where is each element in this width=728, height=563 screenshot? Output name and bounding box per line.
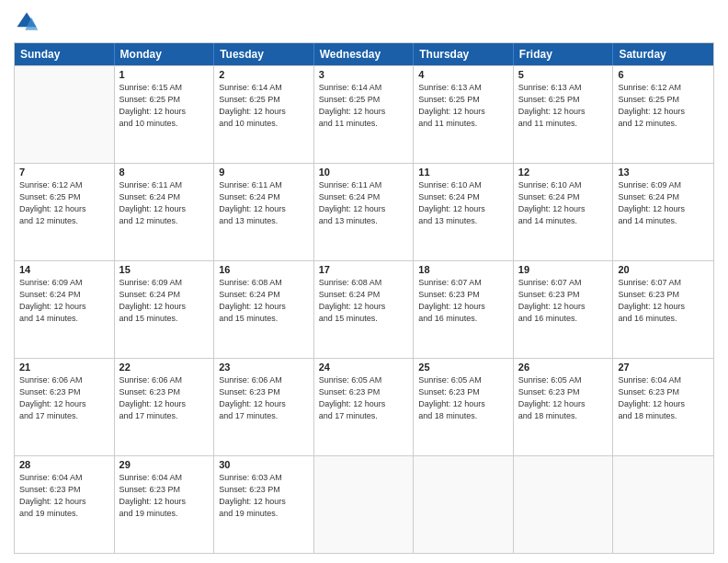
header-wednesday: Wednesday [314,43,415,65]
day-number: 18 [418,264,508,275]
day-number: 25 [418,362,508,373]
day-number: 13 [618,167,709,178]
calendar-cell-5-7 [613,456,713,553]
header-tuesday: Tuesday [214,43,314,65]
calendar-cell-3-1: 14Sunrise: 6:09 AM Sunset: 6:24 PM Dayli… [15,261,115,358]
day-number: 21 [19,362,109,373]
day-number: 8 [119,167,210,178]
calendar-cell-3-6: 19Sunrise: 6:07 AM Sunset: 6:23 PM Dayli… [514,261,614,358]
calendar-header-row: SundayMondayTuesdayWednesdayThursdayFrid… [15,43,713,65]
calendar-row-3: 14Sunrise: 6:09 AM Sunset: 6:24 PM Dayli… [15,260,713,358]
cell-info: Sunrise: 6:11 AM Sunset: 6:24 PM Dayligh… [219,179,309,227]
cell-info: Sunrise: 6:05 AM Sunset: 6:23 PM Dayligh… [518,374,609,422]
calendar-cell-2-4: 10Sunrise: 6:11 AM Sunset: 6:24 PM Dayli… [314,164,415,260]
cell-info: Sunrise: 6:09 AM Sunset: 6:24 PM Dayligh… [618,179,709,227]
calendar-cell-2-1: 7Sunrise: 6:12 AM Sunset: 6:25 PM Daylig… [15,164,115,260]
header-friday: Friday [514,43,614,65]
calendar-cell-3-5: 18Sunrise: 6:07 AM Sunset: 6:23 PM Dayli… [414,261,514,358]
calendar-cell-4-7: 27Sunrise: 6:04 AM Sunset: 6:23 PM Dayli… [613,359,713,455]
day-number: 1 [119,69,210,80]
day-number: 14 [19,264,109,275]
cell-info: Sunrise: 6:04 AM Sunset: 6:23 PM Dayligh… [618,374,709,422]
calendar-cell-4-1: 21Sunrise: 6:06 AM Sunset: 6:23 PM Dayli… [15,359,115,455]
header-thursday: Thursday [414,43,514,65]
calendar-cell-2-5: 11Sunrise: 6:10 AM Sunset: 6:24 PM Dayli… [414,164,514,260]
calendar-cell-2-2: 8Sunrise: 6:11 AM Sunset: 6:24 PM Daylig… [115,164,215,260]
cell-info: Sunrise: 6:09 AM Sunset: 6:24 PM Dayligh… [119,277,210,325]
day-number: 11 [418,167,508,178]
day-number: 15 [119,264,210,275]
cell-info: Sunrise: 6:14 AM Sunset: 6:25 PM Dayligh… [319,82,409,130]
calendar-cell-4-5: 25Sunrise: 6:05 AM Sunset: 6:23 PM Dayli… [414,359,514,455]
calendar-cell-1-2: 1Sunrise: 6:15 AM Sunset: 6:25 PM Daylig… [115,66,215,163]
day-number: 29 [119,459,210,470]
header-saturday: Saturday [613,43,713,65]
calendar-cell-1-3: 2Sunrise: 6:14 AM Sunset: 6:25 PM Daylig… [214,66,314,163]
cell-info: Sunrise: 6:07 AM Sunset: 6:23 PM Dayligh… [618,277,709,325]
day-number: 28 [19,459,109,470]
day-number: 5 [518,69,609,80]
calendar-cell-4-2: 22Sunrise: 6:06 AM Sunset: 6:23 PM Dayli… [115,359,215,455]
cell-info: Sunrise: 6:04 AM Sunset: 6:23 PM Dayligh… [119,472,210,520]
cell-info: Sunrise: 6:09 AM Sunset: 6:24 PM Dayligh… [19,277,109,325]
calendar-cell-1-6: 5Sunrise: 6:13 AM Sunset: 6:25 PM Daylig… [514,66,614,163]
day-number: 30 [219,459,309,470]
header-sunday: Sunday [15,43,115,65]
day-number: 10 [319,167,409,178]
logo-icon [14,9,40,35]
cell-info: Sunrise: 6:15 AM Sunset: 6:25 PM Dayligh… [119,82,210,130]
calendar-row-5: 28Sunrise: 6:04 AM Sunset: 6:23 PM Dayli… [15,455,713,553]
calendar-row-4: 21Sunrise: 6:06 AM Sunset: 6:23 PM Dayli… [15,358,713,455]
calendar: SundayMondayTuesdayWednesdayThursdayFrid… [14,42,714,554]
cell-info: Sunrise: 6:06 AM Sunset: 6:23 PM Dayligh… [119,374,210,422]
day-number: 12 [518,167,609,178]
calendar-cell-3-7: 20Sunrise: 6:07 AM Sunset: 6:23 PM Dayli… [613,261,713,358]
calendar-row-2: 7Sunrise: 6:12 AM Sunset: 6:25 PM Daylig… [15,163,713,260]
cell-info: Sunrise: 6:12 AM Sunset: 6:25 PM Dayligh… [618,82,709,130]
calendar-cell-1-7: 6Sunrise: 6:12 AM Sunset: 6:25 PM Daylig… [613,66,713,163]
cell-info: Sunrise: 6:14 AM Sunset: 6:25 PM Dayligh… [219,82,309,130]
cell-info: Sunrise: 6:03 AM Sunset: 6:23 PM Dayligh… [219,472,309,520]
calendar-cell-4-4: 24Sunrise: 6:05 AM Sunset: 6:23 PM Dayli… [314,359,415,455]
calendar-body: 1Sunrise: 6:15 AM Sunset: 6:25 PM Daylig… [15,65,713,553]
cell-info: Sunrise: 6:05 AM Sunset: 6:23 PM Dayligh… [319,374,409,422]
calendar-cell-5-1: 28Sunrise: 6:04 AM Sunset: 6:23 PM Dayli… [15,456,115,553]
calendar-cell-1-4: 3Sunrise: 6:14 AM Sunset: 6:25 PM Daylig… [314,66,415,163]
calendar-cell-4-3: 23Sunrise: 6:06 AM Sunset: 6:23 PM Dayli… [214,359,314,455]
logo [14,9,43,35]
calendar-cell-1-5: 4Sunrise: 6:13 AM Sunset: 6:25 PM Daylig… [414,66,514,163]
cell-info: Sunrise: 6:11 AM Sunset: 6:24 PM Dayligh… [119,179,210,227]
header [14,9,714,35]
day-number: 3 [319,69,409,80]
calendar-row-1: 1Sunrise: 6:15 AM Sunset: 6:25 PM Daylig… [15,65,713,163]
cell-info: Sunrise: 6:08 AM Sunset: 6:24 PM Dayligh… [219,277,309,325]
calendar-cell-2-6: 12Sunrise: 6:10 AM Sunset: 6:24 PM Dayli… [514,164,614,260]
cell-info: Sunrise: 6:10 AM Sunset: 6:24 PM Dayligh… [418,179,508,227]
cell-info: Sunrise: 6:13 AM Sunset: 6:25 PM Dayligh… [418,82,508,130]
day-number: 7 [19,167,109,178]
calendar-cell-1-1 [15,66,115,163]
day-number: 24 [319,362,409,373]
calendar-cell-5-6 [514,456,614,553]
day-number: 23 [219,362,309,373]
day-number: 20 [618,264,709,275]
calendar-cell-5-2: 29Sunrise: 6:04 AM Sunset: 6:23 PM Dayli… [115,456,215,553]
header-monday: Monday [115,43,215,65]
cell-info: Sunrise: 6:06 AM Sunset: 6:23 PM Dayligh… [19,374,109,422]
day-number: 2 [219,69,309,80]
day-number: 26 [518,362,609,373]
day-number: 6 [618,69,709,80]
cell-info: Sunrise: 6:06 AM Sunset: 6:23 PM Dayligh… [219,374,309,422]
cell-info: Sunrise: 6:04 AM Sunset: 6:23 PM Dayligh… [19,472,109,520]
calendar-cell-2-7: 13Sunrise: 6:09 AM Sunset: 6:24 PM Dayli… [613,164,713,260]
cell-info: Sunrise: 6:05 AM Sunset: 6:23 PM Dayligh… [418,374,508,422]
day-number: 16 [219,264,309,275]
cell-info: Sunrise: 6:08 AM Sunset: 6:24 PM Dayligh… [319,277,409,325]
day-number: 17 [319,264,409,275]
calendar-cell-3-4: 17Sunrise: 6:08 AM Sunset: 6:24 PM Dayli… [314,261,415,358]
day-number: 27 [618,362,709,373]
calendar-cell-3-2: 15Sunrise: 6:09 AM Sunset: 6:24 PM Dayli… [115,261,215,358]
cell-info: Sunrise: 6:07 AM Sunset: 6:23 PM Dayligh… [418,277,508,325]
calendar-cell-3-3: 16Sunrise: 6:08 AM Sunset: 6:24 PM Dayli… [214,261,314,358]
calendar-cell-4-6: 26Sunrise: 6:05 AM Sunset: 6:23 PM Dayli… [514,359,614,455]
